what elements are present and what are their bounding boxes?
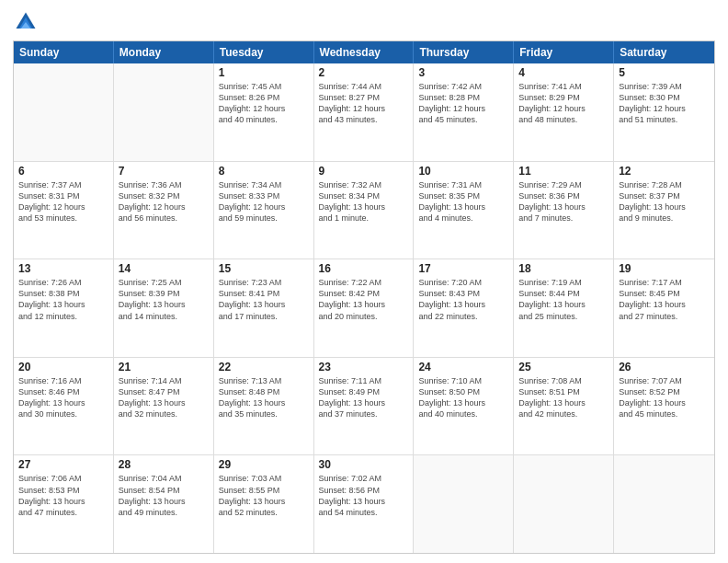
- calendar-cell: 7Sunrise: 7:36 AM Sunset: 8:32 PM Daylig…: [114, 162, 214, 259]
- calendar-cell: 5Sunrise: 7:39 AM Sunset: 8:30 PM Daylig…: [614, 63, 714, 161]
- day-number: 8: [219, 165, 309, 178]
- calendar: SundayMondayTuesdayWednesdayThursdayFrid…: [13, 40, 715, 554]
- day-number: 27: [18, 458, 108, 471]
- calendar-cell: 20Sunrise: 7:16 AM Sunset: 8:46 PM Dayli…: [14, 358, 114, 455]
- calendar-row: 27Sunrise: 7:06 AM Sunset: 8:53 PM Dayli…: [14, 454, 714, 553]
- day-info: Sunrise: 7:45 AM Sunset: 8:26 PM Dayligh…: [219, 81, 309, 126]
- day-number: 19: [619, 262, 710, 275]
- day-info: Sunrise: 7:04 AM Sunset: 8:54 PM Dayligh…: [119, 473, 209, 518]
- day-info: Sunrise: 7:32 AM Sunset: 8:34 PM Dayligh…: [319, 179, 409, 224]
- calendar-cell: 11Sunrise: 7:29 AM Sunset: 8:36 PM Dayli…: [514, 162, 614, 259]
- logo: [13, 9, 42, 35]
- day-number: 5: [619, 66, 710, 79]
- day-number: 30: [319, 458, 409, 471]
- day-info: Sunrise: 7:08 AM Sunset: 8:51 PM Dayligh…: [518, 375, 609, 420]
- calendar-cell: 6Sunrise: 7:37 AM Sunset: 8:31 PM Daylig…: [14, 162, 114, 259]
- day-number: 14: [119, 262, 209, 275]
- weekday-header: Monday: [114, 41, 214, 63]
- day-info: Sunrise: 7:29 AM Sunset: 8:36 PM Dayligh…: [518, 179, 609, 224]
- day-info: Sunrise: 7:34 AM Sunset: 8:33 PM Dayligh…: [219, 179, 309, 224]
- day-number: 9: [319, 165, 409, 178]
- day-info: Sunrise: 7:22 AM Sunset: 8:42 PM Dayligh…: [319, 277, 409, 322]
- calendar-body: 1Sunrise: 7:45 AM Sunset: 8:26 PM Daylig…: [14, 63, 714, 553]
- calendar-cell: [14, 63, 114, 161]
- day-number: 28: [119, 458, 209, 471]
- calendar-cell: 22Sunrise: 7:13 AM Sunset: 8:48 PM Dayli…: [214, 358, 314, 455]
- weekday-header: Sunday: [14, 41, 114, 63]
- day-info: Sunrise: 7:17 AM Sunset: 8:45 PM Dayligh…: [619, 277, 710, 322]
- calendar-cell: 21Sunrise: 7:14 AM Sunset: 8:47 PM Dayli…: [114, 358, 214, 455]
- calendar-cell: 30Sunrise: 7:02 AM Sunset: 8:56 PM Dayli…: [314, 455, 415, 553]
- calendar-cell: [514, 455, 614, 553]
- logo-icon: [13, 9, 39, 35]
- calendar-cell: [114, 63, 214, 161]
- day-info: Sunrise: 7:31 AM Sunset: 8:35 PM Dayligh…: [418, 179, 508, 224]
- day-number: 29: [219, 458, 309, 471]
- calendar-cell: 12Sunrise: 7:28 AM Sunset: 8:37 PM Dayli…: [614, 162, 714, 259]
- day-number: 7: [119, 165, 209, 178]
- day-info: Sunrise: 7:36 AM Sunset: 8:32 PM Dayligh…: [119, 179, 209, 224]
- calendar-cell: [614, 455, 714, 553]
- page: SundayMondayTuesdayWednesdayThursdayFrid…: [0, 0, 728, 563]
- day-info: Sunrise: 7:37 AM Sunset: 8:31 PM Dayligh…: [18, 179, 108, 224]
- calendar-row: 20Sunrise: 7:16 AM Sunset: 8:46 PM Dayli…: [14, 357, 714, 455]
- calendar-cell: 28Sunrise: 7:04 AM Sunset: 8:54 PM Dayli…: [114, 455, 214, 553]
- day-number: 24: [418, 361, 508, 373]
- day-number: 21: [119, 361, 209, 373]
- day-number: 26: [619, 361, 710, 373]
- calendar-cell: [414, 455, 514, 553]
- day-number: 16: [319, 262, 409, 275]
- day-info: Sunrise: 7:28 AM Sunset: 8:37 PM Dayligh…: [619, 179, 710, 224]
- day-info: Sunrise: 7:19 AM Sunset: 8:44 PM Dayligh…: [518, 277, 609, 322]
- calendar-cell: 14Sunrise: 7:25 AM Sunset: 8:39 PM Dayli…: [114, 259, 214, 357]
- calendar-cell: 13Sunrise: 7:26 AM Sunset: 8:38 PM Dayli…: [14, 259, 114, 357]
- calendar-cell: 10Sunrise: 7:31 AM Sunset: 8:35 PM Dayli…: [414, 162, 514, 259]
- day-info: Sunrise: 7:44 AM Sunset: 8:27 PM Dayligh…: [319, 81, 409, 126]
- calendar-cell: 8Sunrise: 7:34 AM Sunset: 8:33 PM Daylig…: [214, 162, 314, 259]
- day-info: Sunrise: 7:25 AM Sunset: 8:39 PM Dayligh…: [119, 277, 209, 322]
- day-info: Sunrise: 7:23 AM Sunset: 8:41 PM Dayligh…: [219, 277, 309, 322]
- weekday-header: Wednesday: [314, 41, 415, 63]
- day-number: 20: [18, 361, 108, 373]
- day-number: 18: [518, 262, 609, 275]
- calendar-cell: 19Sunrise: 7:17 AM Sunset: 8:45 PM Dayli…: [614, 259, 714, 357]
- calendar-cell: 24Sunrise: 7:10 AM Sunset: 8:50 PM Dayli…: [414, 358, 514, 455]
- calendar-cell: 16Sunrise: 7:22 AM Sunset: 8:42 PM Dayli…: [314, 259, 415, 357]
- calendar-row: 6Sunrise: 7:37 AM Sunset: 8:31 PM Daylig…: [14, 161, 714, 259]
- day-info: Sunrise: 7:20 AM Sunset: 8:43 PM Dayligh…: [418, 277, 508, 322]
- day-info: Sunrise: 7:39 AM Sunset: 8:30 PM Dayligh…: [619, 81, 710, 126]
- calendar-cell: 1Sunrise: 7:45 AM Sunset: 8:26 PM Daylig…: [214, 63, 314, 161]
- weekday-header: Friday: [514, 41, 614, 63]
- day-info: Sunrise: 7:07 AM Sunset: 8:52 PM Dayligh…: [619, 375, 710, 420]
- calendar-cell: 25Sunrise: 7:08 AM Sunset: 8:51 PM Dayli…: [514, 358, 614, 455]
- day-number: 4: [518, 66, 609, 79]
- header: [13, 9, 715, 35]
- day-number: 12: [619, 165, 710, 178]
- day-number: 10: [418, 165, 508, 178]
- day-info: Sunrise: 7:13 AM Sunset: 8:48 PM Dayligh…: [219, 375, 309, 420]
- day-info: Sunrise: 7:06 AM Sunset: 8:53 PM Dayligh…: [18, 473, 108, 518]
- day-number: 11: [518, 165, 609, 178]
- calendar-cell: 26Sunrise: 7:07 AM Sunset: 8:52 PM Dayli…: [614, 358, 714, 455]
- day-number: 25: [518, 361, 609, 373]
- calendar-cell: 18Sunrise: 7:19 AM Sunset: 8:44 PM Dayli…: [514, 259, 614, 357]
- day-number: 2: [319, 66, 409, 79]
- calendar-cell: 4Sunrise: 7:41 AM Sunset: 8:29 PM Daylig…: [514, 63, 614, 161]
- day-number: 22: [219, 361, 309, 373]
- day-info: Sunrise: 7:03 AM Sunset: 8:55 PM Dayligh…: [219, 473, 309, 518]
- day-info: Sunrise: 7:10 AM Sunset: 8:50 PM Dayligh…: [418, 375, 508, 420]
- calendar-row: 1Sunrise: 7:45 AM Sunset: 8:26 PM Daylig…: [14, 63, 714, 161]
- weekday-header: Thursday: [414, 41, 514, 63]
- weekday-header: Tuesday: [214, 41, 314, 63]
- day-info: Sunrise: 7:42 AM Sunset: 8:28 PM Dayligh…: [418, 81, 508, 126]
- calendar-cell: 3Sunrise: 7:42 AM Sunset: 8:28 PM Daylig…: [414, 63, 514, 161]
- day-info: Sunrise: 7:11 AM Sunset: 8:49 PM Dayligh…: [319, 375, 409, 420]
- day-number: 15: [219, 262, 309, 275]
- day-number: 17: [418, 262, 508, 275]
- day-number: 13: [18, 262, 108, 275]
- calendar-row: 13Sunrise: 7:26 AM Sunset: 8:38 PM Dayli…: [14, 259, 714, 357]
- day-info: Sunrise: 7:26 AM Sunset: 8:38 PM Dayligh…: [18, 277, 108, 322]
- day-info: Sunrise: 7:02 AM Sunset: 8:56 PM Dayligh…: [319, 473, 409, 518]
- day-number: 3: [418, 66, 508, 79]
- day-info: Sunrise: 7:41 AM Sunset: 8:29 PM Dayligh…: [518, 81, 609, 126]
